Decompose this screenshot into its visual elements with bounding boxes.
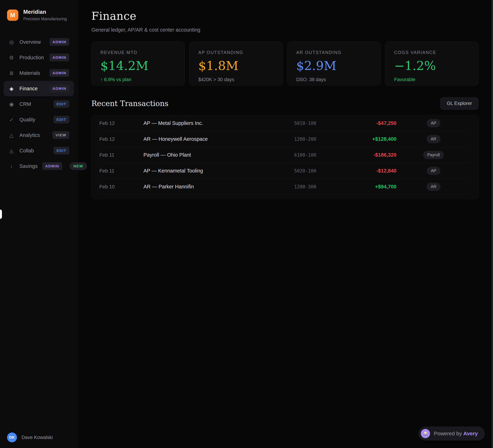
user-name: Dave Kowalski <box>22 435 53 440</box>
sidebar-item-quality[interactable]: ✓ Quality EDIT <box>3 112 74 127</box>
transaction-description: AR — Parker Hannifin <box>144 184 294 190</box>
transactions-header: Recent Transactions GL Explorer <box>91 97 479 109</box>
user-menu[interactable]: DK Dave Kowalski <box>0 427 78 448</box>
kpi-label: AP OUTSTANDING <box>198 50 274 55</box>
sidebar-item-finance[interactable]: ◈ Finance ADMIN <box>3 81 74 96</box>
sidebar-item-overview[interactable]: ◎ Overview ADMIN <box>3 34 74 50</box>
transaction-account-code: 5010-100 <box>294 121 344 126</box>
nav-item-label: Production <box>19 55 44 61</box>
kpi-card: REVENUE MTD $14.2M ↑ 6.8% vs plan <box>91 42 185 86</box>
nav-item-label: Finance <box>19 86 38 92</box>
page-title: Finance <box>91 10 479 22</box>
brand-tagline: Precision Manufacturing <box>23 17 67 21</box>
vertical-scrollbar[interactable] <box>492 0 493 448</box>
table-row[interactable]: Feb 12 AR — Honeywell Aerospace 1200-200… <box>99 131 471 147</box>
user-avatar: DK <box>7 432 17 442</box>
nav-badge: ADMIN <box>49 54 69 61</box>
sidebar-nav: ◎ Overview ADMIN ⚙ Production ADMIN ≣ Ma… <box>0 29 78 427</box>
transaction-tag-badge: AP <box>427 167 441 175</box>
powered-by-avery[interactable]: Powered by Avery <box>418 426 485 441</box>
kpi-value: −1.2% <box>394 59 470 73</box>
nav-badge: ADMIN <box>49 85 69 92</box>
sidebar: M Meridian Precision Manufacturing ◎ Ove… <box>0 0 78 448</box>
table-row[interactable]: Feb 11 AP — Kennametal Tooling 5020-100 … <box>99 163 471 179</box>
gl-explorer-button[interactable]: GL Explorer <box>440 97 479 109</box>
transaction-tag-badge: AP <box>427 119 441 127</box>
sidebar-item-collab[interactable]: ◬ Collab EDIT <box>3 143 74 158</box>
transaction-date: Feb 12 <box>99 136 144 142</box>
nav-badge: VIEW <box>52 131 69 139</box>
kpi-label: AR OUTSTANDING <box>296 50 372 55</box>
kpi-label: REVENUE MTD <box>101 50 176 55</box>
kpi-value: $14.2M <box>101 59 176 73</box>
transactions-table: Feb 12 AP — Metal Suppliers Inc. 5010-10… <box>91 115 479 199</box>
transaction-amount: +$94,700 <box>344 184 396 190</box>
triangle-icon: △ <box>8 132 15 138</box>
transaction-description: AP — Kennametal Tooling <box>144 168 294 174</box>
sidebar-item-production[interactable]: ⚙ Production ADMIN <box>3 50 74 65</box>
transaction-account-code: 6100-100 <box>294 153 344 158</box>
brand-name: Meridian <box>23 9 67 15</box>
avery-avatar <box>421 429 430 438</box>
nav-badge: ADMIN <box>49 69 69 77</box>
nav-badge: ADMIN <box>49 38 69 46</box>
transaction-date: Feb 11 <box>99 168 144 174</box>
kpi-sub: $420K > 30 days <box>198 77 274 82</box>
nav-badge: EDIT <box>54 116 69 123</box>
brand-header: M Meridian Precision Manufacturing <box>0 0 78 29</box>
bullseye-icon: ◎ <box>8 39 15 45</box>
sidebar-item-analytics[interactable]: △ Analytics VIEW <box>3 127 74 143</box>
transaction-amount: -$186,320 <box>344 152 396 158</box>
sidebar-item-savings[interactable]: ↓ Savings ADMIN NEW <box>3 158 74 174</box>
sidebar-item-crm[interactable]: ◉ CRM EDIT <box>3 96 74 112</box>
edge-drag-handle[interactable] <box>0 209 2 219</box>
powered-by-text: Powered by Avery <box>434 431 478 437</box>
transaction-date: Feb 10 <box>99 184 144 190</box>
nav-item-label: Quality <box>19 117 35 123</box>
nav-item-label: CRM <box>19 101 31 107</box>
transaction-tag-badge: AR <box>426 183 441 191</box>
table-row[interactable]: Feb 11 Payroll — Ohio Plant 6100-100 -$1… <box>99 147 471 163</box>
nav-item-label: Analytics <box>19 132 40 138</box>
transaction-tag-cell: AR <box>396 183 471 191</box>
kpi-card: AP OUTSTANDING $1.8M $420K > 30 days <box>189 42 283 86</box>
transactions-title: Recent Transactions <box>91 99 168 108</box>
table-row[interactable]: Feb 12 AP — Metal Suppliers Inc. 5010-10… <box>99 115 471 131</box>
transaction-date: Feb 11 <box>99 152 144 158</box>
kpi-card: AR OUTSTANDING $2.9M DSO: 38 days <box>287 42 381 86</box>
transaction-amount: -$12,840 <box>344 168 396 174</box>
kpi-sub: Favorable <box>394 77 470 82</box>
transaction-description: AP — Metal Suppliers Inc. <box>144 120 294 126</box>
kpi-sub: DSO: 38 days <box>296 77 372 82</box>
table-row[interactable]: Feb 10 AR — Parker Hannifin 1200-300 +$9… <box>99 179 471 195</box>
transaction-date: Feb 12 <box>99 120 144 126</box>
kpi-card: COGS VARIANCE −1.2% Favorable <box>385 42 479 86</box>
transaction-account-code: 5020-100 <box>294 168 344 174</box>
transaction-amount: -$47,250 <box>344 120 396 126</box>
main-content: Finance General ledger, AP/AR & cost cen… <box>78 0 493 448</box>
checkmark-icon: ✓ <box>8 117 15 123</box>
nav-badge: EDIT <box>54 147 69 154</box>
transaction-tag-cell: AP <box>396 119 471 127</box>
transaction-description: Payroll — Ohio Plant <box>144 152 294 158</box>
transaction-description: AR — Honeywell Aerospace <box>144 136 294 142</box>
avery-brand: Avery <box>463 431 478 436</box>
kpi-sub: ↑ 6.8% vs plan <box>101 77 176 82</box>
nav-badge: EDIT <box>54 100 69 108</box>
nav-item-label: Collab <box>19 148 34 154</box>
nav-item-label: Overview <box>19 39 41 45</box>
brand-text: Meridian Precision Manufacturing <box>23 9 67 21</box>
transaction-tag-cell: AR <box>396 135 471 143</box>
transaction-amount: +$128,400 <box>344 136 396 142</box>
diamond-icon: ◈ <box>8 86 15 92</box>
kpi-label: COGS VARIANCE <box>394 50 470 55</box>
transaction-tag-cell: AP <box>396 167 471 175</box>
transaction-tag-badge: Payroll <box>423 151 444 159</box>
brand-logo: M <box>7 10 18 21</box>
triangle-dot-icon: ◬ <box>8 148 15 154</box>
technologist-icon <box>422 431 428 437</box>
sidebar-item-materials[interactable]: ≣ Materials ADMIN <box>3 65 74 81</box>
fisheye-icon: ◉ <box>8 101 15 107</box>
nav-badge: ADMIN <box>42 162 62 170</box>
gear-icon: ⚙ <box>8 55 15 61</box>
